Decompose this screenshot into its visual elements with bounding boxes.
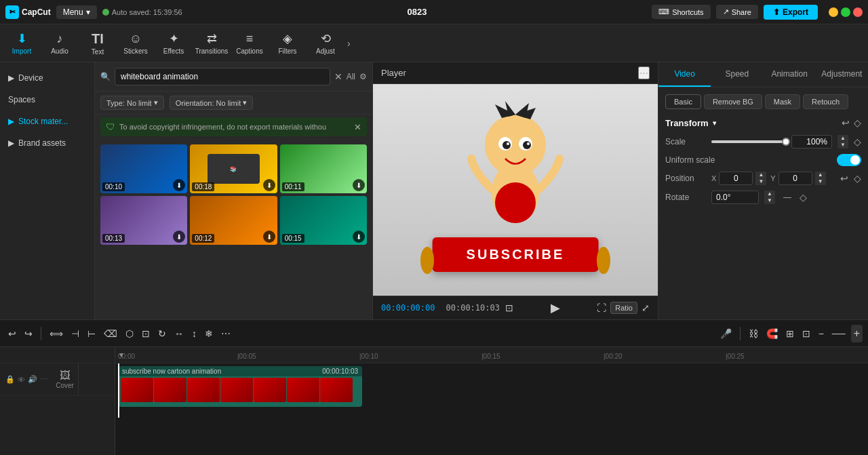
- main-clip[interactable]: subscribe now cartoon animation 00:00:10…: [118, 366, 362, 407]
- transform-keyframe-button[interactable]: ◇: [854, 117, 861, 128]
- share-button[interactable]: ↗ Share: [716, 5, 758, 19]
- video-thumb-1[interactable]: 00:10 ⬇: [100, 144, 187, 193]
- subtab-mask[interactable]: Mask: [765, 94, 800, 109]
- video-thumb-2[interactable]: 📚 00:18 ⬇: [190, 144, 277, 193]
- timeline-view-button[interactable]: ⊡: [505, 302, 513, 313]
- scale-keyframe-button[interactable]: ◇: [854, 136, 861, 147]
- menu-button[interactable]: Menu ▾: [56, 5, 97, 19]
- sidebar-item-device[interactable]: ▶ Device: [0, 68, 94, 88]
- tool-import[interactable]: ⬇ Import: [3, 26, 41, 61]
- position-x-input[interactable]: [719, 172, 753, 185]
- position-keyframe-button[interactable]: ◇: [854, 173, 861, 184]
- track-options-button[interactable]: ⋯: [40, 375, 47, 384]
- tool-adjust[interactable]: ⟲ Adjust: [307, 26, 344, 61]
- scale-slider-thumb[interactable]: [782, 138, 790, 146]
- shortcuts-button[interactable]: ⌨ Shortcuts: [652, 5, 710, 19]
- tab-adjustment[interactable]: Adjustment: [816, 62, 868, 87]
- type-filter-button[interactable]: Type: No limit ▾: [100, 96, 164, 110]
- minimize-button[interactable]: [829, 7, 838, 17]
- shield-icon: 🛡: [106, 121, 115, 132]
- zoom-out-button[interactable]: −: [816, 325, 827, 342]
- player-menu-button[interactable]: ⋯: [638, 66, 650, 79]
- pip-button[interactable]: ⊡: [800, 325, 813, 342]
- link-button[interactable]: ⛓: [746, 325, 761, 342]
- split-keep-left[interactable]: ⊣: [68, 325, 82, 342]
- crop-button[interactable]: ⬡: [123, 325, 136, 342]
- playhead[interactable]: [118, 363, 119, 418]
- tool-filters[interactable]: ◈ Filters: [269, 26, 307, 61]
- add-track-button[interactable]: +: [851, 325, 863, 342]
- download-icon[interactable]: ⬇: [263, 231, 275, 243]
- rotate-input[interactable]: [711, 191, 759, 204]
- scale-input[interactable]: [791, 135, 832, 149]
- subtab-retouch[interactable]: Retouch: [803, 94, 848, 109]
- export-button[interactable]: ⬆ Export: [764, 5, 818, 20]
- position-reset-button[interactable]: ↩: [840, 173, 848, 184]
- lock-button[interactable]: 🔒: [5, 375, 15, 384]
- ratio-button[interactable]: Ratio: [610, 302, 637, 314]
- sidebar-item-spaces[interactable]: Spaces: [0, 90, 94, 110]
- pos-x-decrement[interactable]: ▼: [755, 178, 766, 185]
- loop-button[interactable]: ↻: [155, 325, 169, 342]
- audio-track-button[interactable]: 🔊: [28, 375, 37, 384]
- cover-label[interactable]: 🖼 Cover: [52, 363, 79, 395]
- tab-animation[interactable]: Animation: [764, 62, 816, 87]
- subtab-remove-bg[interactable]: Remove BG: [704, 94, 762, 109]
- tool-text[interactable]: TI Text: [79, 26, 117, 61]
- search-input[interactable]: [115, 68, 330, 85]
- tab-video[interactable]: Video: [658, 62, 711, 87]
- grid-button[interactable]: ⊞: [783, 325, 797, 342]
- uniform-scale-toggle[interactable]: [837, 154, 861, 166]
- filter-icon[interactable]: ⚙: [359, 72, 367, 81]
- magnet-button[interactable]: 🧲: [764, 325, 781, 342]
- zoom-slider[interactable]: ──: [829, 325, 848, 342]
- expand-button[interactable]: ⤢: [642, 302, 650, 313]
- sidebar-item-brand[interactable]: ▶ Brand assets: [0, 133, 94, 153]
- delete-button[interactable]: ⌫: [101, 325, 120, 342]
- split-keep-right[interactable]: ⊢: [85, 325, 98, 342]
- video-thumb-6[interactable]: 00:15 ⬇: [280, 196, 367, 245]
- scale-increment-button[interactable]: ▲: [837, 135, 848, 142]
- rotate-increment[interactable]: ▲: [764, 191, 775, 197]
- tool-captions[interactable]: ≡ Captions: [231, 26, 269, 61]
- flip-v-button[interactable]: ↕: [189, 325, 199, 342]
- orientation-filter-button[interactable]: Orientation: No limit ▾: [170, 96, 254, 110]
- split-button[interactable]: ⟺: [47, 325, 66, 342]
- freeze-button[interactable]: ❄: [202, 325, 216, 342]
- microphone-button[interactable]: 🎤: [717, 325, 734, 342]
- more-button[interactable]: ⋯: [218, 325, 233, 342]
- tool-stickers[interactable]: ☺ Stickers: [117, 26, 155, 61]
- download-icon[interactable]: ⬇: [263, 179, 275, 191]
- duplicate-button[interactable]: ⊡: [139, 325, 153, 342]
- video-thumb-4[interactable]: 00:13 ⬇: [100, 196, 187, 245]
- position-y-input[interactable]: [778, 172, 812, 185]
- search-all-label[interactable]: All: [347, 72, 355, 81]
- tab-speed[interactable]: Speed: [711, 62, 763, 87]
- close-button[interactable]: [853, 7, 863, 17]
- undo-button[interactable]: ↩: [5, 325, 19, 342]
- fullscreen-button[interactable]: ⛶: [597, 302, 606, 313]
- warning-close-button[interactable]: ✕: [354, 122, 361, 132]
- scale-decrement-button[interactable]: ▼: [837, 142, 848, 149]
- scale-slider[interactable]: [711, 140, 786, 143]
- video-thumb-3[interactable]: 00:11 ⬇: [280, 144, 367, 193]
- flip-h-button[interactable]: ↔: [172, 325, 186, 342]
- subtab-basic[interactable]: Basic: [665, 94, 701, 109]
- rotate-keyframe-button[interactable]: ◇: [800, 192, 807, 203]
- video-thumb-5[interactable]: 00:12 ⬇: [190, 196, 277, 245]
- pos-x-increment[interactable]: ▲: [755, 172, 766, 178]
- rotate-decrement[interactable]: ▼: [764, 197, 775, 204]
- tool-effects[interactable]: ✦ Effects: [155, 26, 193, 61]
- play-button[interactable]: ▶: [551, 300, 560, 315]
- transform-reset-button[interactable]: ↩: [842, 117, 850, 128]
- visibility-button[interactable]: 👁: [18, 376, 25, 384]
- pos-y-increment[interactable]: ▲: [815, 172, 826, 178]
- search-clear-button[interactable]: ✕: [334, 71, 342, 82]
- maximize-button[interactable]: [841, 7, 850, 17]
- tool-transitions[interactable]: ⇄ Transitions: [193, 26, 231, 61]
- toolbar-more-button[interactable]: ›: [344, 38, 353, 49]
- pos-y-decrement[interactable]: ▼: [815, 178, 826, 185]
- tool-audio[interactable]: ♪ Audio: [41, 26, 79, 61]
- sidebar-item-stock[interactable]: ▶ Stock mater...: [0, 111, 94, 132]
- redo-button[interactable]: ↪: [22, 325, 35, 342]
